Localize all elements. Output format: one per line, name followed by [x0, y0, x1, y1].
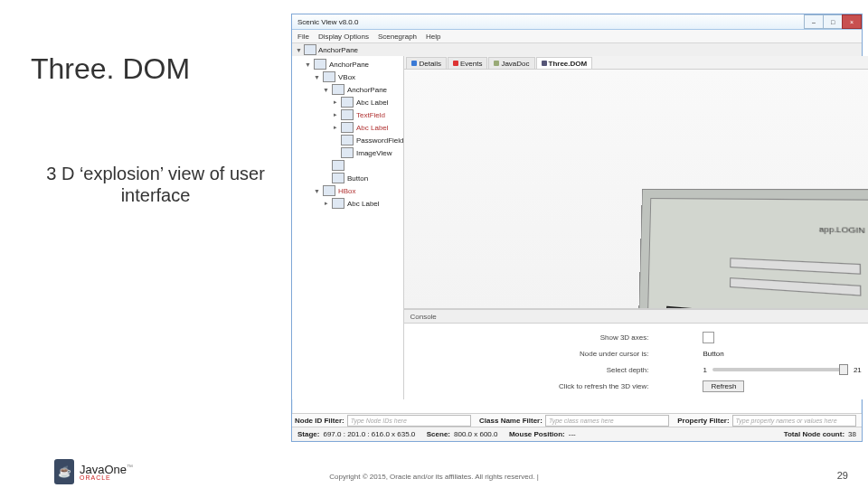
- menu-display-options[interactable]: Display Options: [318, 33, 369, 41]
- class-filter-label: Class Name Filter:: [476, 417, 545, 425]
- prop-filter-input[interactable]: Type property names or values here: [732, 415, 856, 427]
- mouse-value: ---: [569, 430, 576, 438]
- tree-node[interactable]: PasswordField: [292, 134, 403, 146]
- count-label: Total Node count:: [784, 430, 844, 438]
- depth-label: Select depth:: [422, 366, 703, 374]
- menu-bar: File Display Options Scenegraph Help: [292, 30, 862, 43]
- maximize-button[interactable]: □: [823, 14, 843, 29]
- layer-pane: app.LOGIN: [646, 198, 868, 309]
- tree-node[interactable]: ▸Abc Label: [292, 197, 403, 210]
- tree-node[interactable]: ▸Abc Label: [292, 96, 403, 108]
- tab-javadoc[interactable]: JavaDoc: [488, 57, 534, 69]
- slide-subtitle: 3 D ‘explosion’ view of user interface: [38, 163, 273, 206]
- tree-header[interactable]: ▼ AnchorPane: [292, 43, 862, 57]
- depth-slider[interactable]: [712, 368, 848, 371]
- mock-field-2: [730, 277, 861, 296]
- depth-min: 1: [703, 366, 706, 374]
- page-number: 29: [837, 470, 848, 481]
- status-bar: Stage: 697.0 : 201.0 : 616.0 x 635.0 Sce…: [292, 427, 862, 441]
- tree-node[interactable]: Button: [292, 172, 403, 184]
- controls-panel: Show 3D axes: Node under cursor is: Butt…: [404, 324, 868, 399]
- filter-bar: Node ID Filter: Type Node IDs here Class…: [292, 413, 862, 427]
- show-axes-label: Show 3D axes:: [422, 333, 703, 342]
- tree-node[interactable]: ▸TextField: [292, 108, 403, 121]
- tree-node[interactable]: ▼AnchorPane: [292, 58, 403, 70]
- scenegraph-tree[interactable]: ▼AnchorPane▼VBox▼AnchorPane▸Abc Label▸Te…: [292, 56, 404, 399]
- prop-filter-label: Property Filter:: [675, 417, 731, 425]
- tree-node[interactable]: ImageView: [292, 146, 403, 159]
- minimize-button[interactable]: –: [804, 14, 824, 29]
- stage-label: Stage:: [297, 430, 319, 438]
- mock-field-1: [730, 258, 861, 275]
- scene-label: Scene:: [427, 430, 450, 438]
- tree-node[interactable]: ▼VBox: [292, 70, 403, 83]
- scene-value: 800.0 x 600.0: [454, 430, 497, 438]
- window-title: Scenic View v8.0.0: [297, 18, 358, 26]
- node-cursor-label: Node under cursor is:: [422, 350, 703, 358]
- tab-threedom[interactable]: Three.DOM: [536, 57, 593, 69]
- window-titlebar[interactable]: Scenic View v8.0.0 – □ ×: [292, 14, 862, 30]
- class-filter-input[interactable]: Type class names here: [545, 415, 669, 427]
- depth-max: 21: [854, 366, 862, 374]
- close-button[interactable]: ×: [842, 14, 862, 29]
- copyright: Copyright © 2015, Oracle and/or its affi…: [0, 473, 868, 481]
- menu-scenegraph[interactable]: Scenegraph: [378, 33, 417, 41]
- node-filter-label: Node ID Filter:: [292, 417, 347, 425]
- refresh-button[interactable]: Refresh: [703, 380, 744, 392]
- stage-value: 697.0 : 201.0 : 616.0 x 635.0: [323, 430, 415, 438]
- tab-bar: DetailsEventsJavaDocThree.DOM: [404, 56, 868, 70]
- show-axes-checkbox[interactable]: [703, 332, 714, 343]
- threedom-viewport[interactable]: app.LOGIN: [404, 70, 868, 309]
- mouse-label: Mouse Position:: [509, 430, 565, 438]
- mock-button-bar: [666, 306, 868, 309]
- refresh-label: Click to refresh the 3D view:: [422, 382, 703, 390]
- tab-events[interactable]: Events: [448, 57, 487, 69]
- login-text: app.LOGIN: [819, 225, 865, 236]
- count-value: 38: [848, 430, 856, 438]
- slide-title: Three. DOM: [31, 52, 190, 86]
- menu-file[interactable]: File: [297, 33, 309, 41]
- console-header[interactable]: Console: [404, 309, 868, 324]
- node-filter-input[interactable]: Type Node IDs here: [347, 415, 471, 427]
- node-cursor-value: Button: [703, 350, 723, 358]
- tree-node[interactable]: ▼AnchorPane: [292, 83, 403, 96]
- menu-help[interactable]: Help: [426, 33, 440, 41]
- tree-node[interactable]: ▸Abc Label: [292, 121, 403, 134]
- scenic-view-window: Scenic View v8.0.0 – □ × File Display Op…: [291, 14, 863, 442]
- tree-node[interactable]: [292, 159, 403, 172]
- tree-root-label: AnchorPane: [318, 46, 358, 54]
- tab-details[interactable]: Details: [406, 57, 446, 69]
- tree-node[interactable]: ▼HBox: [292, 184, 403, 197]
